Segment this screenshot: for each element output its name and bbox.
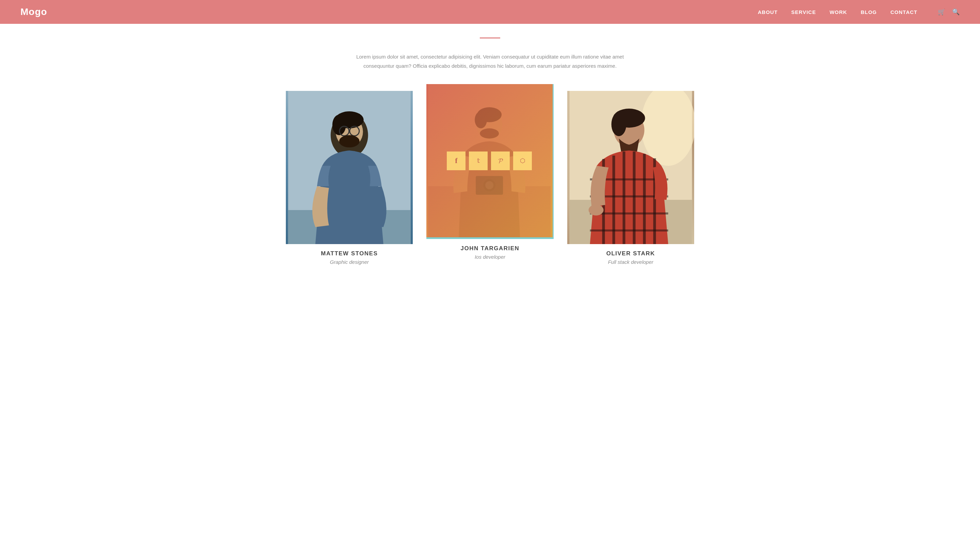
card-image-1 bbox=[286, 91, 413, 244]
nav-service[interactable]: SERVICE bbox=[791, 9, 816, 15]
nav-blog[interactable]: BLOG bbox=[861, 9, 876, 15]
member-role-3: Full stack developer bbox=[608, 259, 653, 265]
card-hover-overlay: f 𝕥 𝓟 ⬡ bbox=[426, 84, 552, 237]
member-name-2: JOHN TARGARIEN bbox=[461, 245, 520, 252]
site-logo[interactable]: Mogo bbox=[20, 7, 47, 17]
member-role-2: Ios developer bbox=[475, 254, 505, 260]
team-card-2: f 𝕥 𝓟 ⬡ JOHN TARGARIEN Ios developer bbox=[426, 84, 553, 260]
team-card-1: MATTEW STONES Graphic designer bbox=[286, 91, 413, 265]
card-image-2: f 𝕥 𝓟 ⬡ bbox=[426, 84, 553, 239]
nav-contact[interactable]: CONTACT bbox=[891, 9, 917, 15]
card-image-3 bbox=[567, 91, 694, 244]
member-name-1: MATTEW STONES bbox=[321, 250, 378, 257]
site-header: Mogo ABOUT SERVICE WORK BLOG CONTACT 🛒 🔍 bbox=[0, 0, 980, 24]
team-card-3: OLIVER STARK Full stack developer bbox=[567, 91, 694, 265]
twitter-icon: 𝕥 bbox=[477, 157, 480, 164]
facebook-icon: f bbox=[455, 156, 457, 165]
section-subtitle: Lorem ipsum dolor sit amet, consectetur … bbox=[354, 52, 626, 71]
nav-about[interactable]: ABOUT bbox=[758, 9, 777, 15]
nav-icon-group: 🛒 🔍 bbox=[938, 8, 960, 16]
team-grid: MATTEW STONES Graphic designer bbox=[286, 91, 694, 265]
pinterest-icon: 𝓟 bbox=[498, 157, 503, 165]
person-silhouette-1 bbox=[286, 91, 413, 244]
cart-icon[interactable]: 🛒 bbox=[938, 8, 945, 16]
main-nav: ABOUT SERVICE WORK BLOG CONTACT 🛒 🔍 bbox=[758, 8, 960, 16]
svg-point-9 bbox=[339, 135, 360, 147]
nav-work[interactable]: WORK bbox=[830, 9, 847, 15]
pinterest-button[interactable]: 𝓟 bbox=[491, 152, 510, 170]
instagram-icon: ⬡ bbox=[520, 157, 525, 164]
main-content: Lorem ipsum dolor sit amet, consectetur … bbox=[252, 24, 728, 292]
twitter-button[interactable]: 𝕥 bbox=[469, 152, 488, 170]
search-icon[interactable]: 🔍 bbox=[952, 8, 960, 16]
svg-point-24 bbox=[611, 112, 626, 136]
instagram-button[interactable]: ⬡ bbox=[513, 152, 532, 170]
svg-point-35 bbox=[588, 205, 603, 215]
section-divider bbox=[480, 38, 500, 38]
facebook-button[interactable]: f bbox=[447, 152, 465, 170]
member-role-1: Graphic designer bbox=[330, 259, 369, 265]
person-silhouette-3 bbox=[567, 91, 694, 244]
member-name-3: OLIVER STARK bbox=[606, 250, 655, 257]
